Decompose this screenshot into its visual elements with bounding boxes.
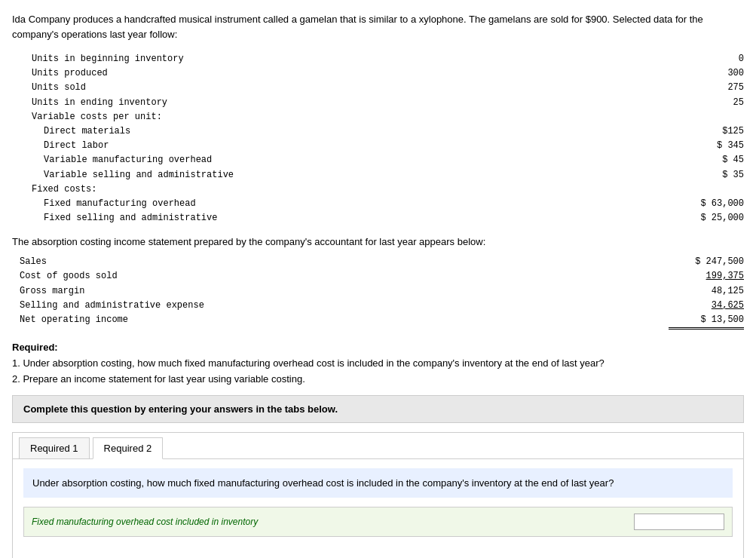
input-label: Fixed manufacturing overhead cost includ… (32, 517, 626, 527)
data-value: 0 (684, 52, 744, 66)
data-value: $ 63,000 (684, 197, 744, 211)
income-label: Net operating income (20, 313, 246, 330)
data-value: $125 (684, 124, 744, 139)
data-value: $ 345 (684, 139, 744, 153)
income-value: 199,375 (669, 269, 744, 284)
data-row: Fixed selling and administrative $ 25,00… (20, 211, 744, 225)
data-value: $ 35 (684, 168, 744, 182)
income-value: $ 13,500 (669, 313, 744, 330)
tab-required-2[interactable]: Required 2 (93, 437, 164, 459)
data-value: $ 45 (684, 153, 744, 167)
tab-content: Under absorption costing, how much fixed… (13, 459, 743, 557)
data-label: Units in ending inventory (20, 96, 276, 110)
income-value: 48,125 (669, 284, 744, 299)
required-section: Required: 1. Under absorption costing, h… (12, 340, 744, 387)
required-item-2: 2. Prepare an income statement for last … (12, 373, 305, 385)
data-row: Fixed manufacturing overhead $ 63,000 (20, 197, 744, 211)
data-label: Variable manufacturing overhead (20, 153, 276, 167)
tabs-header: Required 1 Required 2 (13, 433, 743, 459)
income-label: Selling and administrative expense (20, 299, 246, 313)
data-row: Units sold 275 (20, 81, 744, 95)
data-label: Units sold (20, 81, 276, 95)
data-label: Fixed selling and administrative (20, 211, 276, 225)
data-row: Units produced 300 (20, 66, 744, 81)
income-label: Sales (20, 255, 246, 269)
required-item-1: 1. Under absorption costing, how much fi… (12, 357, 604, 369)
income-row-cogs: Cost of goods sold 199,375 (20, 269, 744, 284)
intro-paragraph: Ida Company produces a handcrafted music… (12, 12, 744, 41)
data-row: Fixed costs: (20, 182, 744, 197)
data-row: Variable selling and administrative $ 35 (20, 168, 744, 182)
input-row: Fixed manufacturing overhead cost includ… (23, 507, 733, 537)
data-table: Units in beginning inventory 0 Units pro… (20, 52, 744, 225)
income-row-gross: Gross margin 48,125 (20, 284, 744, 299)
tab-question: Under absorption costing, how much fixed… (23, 468, 733, 498)
data-row: Variable manufacturing overhead $ 45 (20, 153, 744, 167)
data-row: Direct labor $ 345 (20, 139, 744, 153)
complete-box: Complete this question by entering your … (12, 395, 744, 423)
data-value (684, 110, 744, 124)
data-label: Direct labor (20, 139, 276, 153)
data-label: Fixed costs: (20, 182, 276, 197)
data-value: 300 (684, 66, 744, 81)
data-row: Variable costs per unit: (20, 110, 744, 124)
income-value: $ 247,500 (669, 255, 744, 269)
income-statement-table: Sales $ 247,500 Cost of goods sold 199,3… (20, 255, 744, 330)
income-label: Cost of goods sold (20, 269, 246, 284)
data-label: Fixed manufacturing overhead (20, 197, 276, 211)
data-label: Variable costs per unit: (20, 110, 276, 124)
data-label: Variable selling and administrative (20, 168, 276, 182)
data-value: $ 25,000 (684, 211, 744, 225)
income-row-net: Net operating income $ 13,500 (20, 313, 744, 330)
data-label: Units in beginning inventory (20, 52, 276, 66)
data-value: 275 (684, 81, 744, 95)
income-label: Gross margin (20, 284, 246, 299)
data-label: Units produced (20, 66, 276, 81)
data-label: Direct materials (20, 124, 276, 139)
income-row-sga: Selling and administrative expense 34,62… (20, 299, 744, 313)
tab-required-1[interactable]: Required 1 (19, 437, 90, 458)
required-heading: Required: (12, 342, 58, 353)
data-value: 25 (684, 96, 744, 110)
data-row: Units in ending inventory 25 (20, 96, 744, 110)
overhead-cost-input[interactable] (634, 514, 724, 530)
absorption-intro: The absorption costing income statement … (12, 236, 744, 247)
tabs-container: Required 1 Required 2 Under absorption c… (12, 432, 744, 558)
income-row-sales: Sales $ 247,500 (20, 255, 744, 269)
income-value: 34,625 (669, 299, 744, 313)
data-value (684, 182, 744, 197)
data-row: Units in beginning inventory 0 (20, 52, 744, 66)
data-row: Direct materials $125 (20, 124, 744, 139)
